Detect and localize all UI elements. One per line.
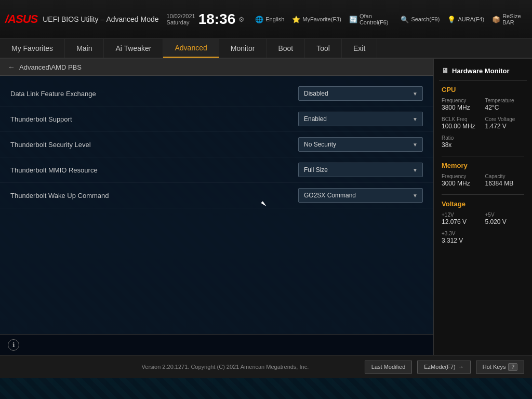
dropdown-wrapper-mmio: Full Size Half Size: [298, 163, 423, 177]
dropdown-wrapper-datalink: Disabled Enabled: [298, 86, 423, 101]
settings-list: Data Link Feature Exchange Disabled Enab…: [0, 76, 433, 334]
datetime: 10/02/2021 Saturday 18:36 ⚙: [167, 11, 245, 28]
nav-aitweaker[interactable]: Ai Tweaker: [104, 39, 163, 58]
last-modified-label: Last Modified: [371, 364, 405, 370]
v5-group: +5V 5.020 V: [485, 212, 525, 229]
memory-section-title: Memory: [442, 162, 524, 169]
tool-resizebar[interactable]: 📦 ReSize BAR: [492, 13, 527, 25]
ezmode-arrow-icon: →: [458, 364, 464, 370]
core-voltage-label: Core Voltage: [485, 116, 525, 122]
cpu-temp-label: Temperature: [485, 98, 525, 103]
memory-stats-grid: Frequency 3000 MHz Capacity 16384 MB: [439, 174, 527, 190]
hardware-monitor-sidebar: 🖥 Hardware Monitor CPU Frequency 3800 MH…: [433, 59, 532, 355]
sidebar-title: 🖥 Hardware Monitor: [439, 64, 527, 81]
v33-value: 3.312 V: [442, 237, 481, 244]
v33-label: +3.3V: [442, 231, 481, 236]
hotkeys-label: Hot Keys: [483, 364, 506, 370]
tool-aura[interactable]: 💡 AURA(F4): [447, 16, 484, 23]
voltage-section-title: Voltage: [442, 200, 524, 208]
tool-qfan-label: Qfan Control(F6): [360, 13, 393, 25]
mem-freq-group: Frequency 3000 MHz: [442, 174, 481, 190]
bclk-freq-label: BCLK Freq: [442, 116, 481, 122]
cpu-stats-grid: Frequency 3800 MHz Temperature 42°C BCLK…: [439, 98, 527, 152]
nav-advanced-label: Advanced: [175, 44, 207, 52]
core-voltage-value: 1.472 V: [485, 123, 525, 130]
last-modified-button[interactable]: Last Modified: [365, 361, 412, 374]
mem-capacity-value: 16384 MB: [485, 180, 525, 187]
v5-label: +5V: [485, 212, 525, 218]
v33-group: +3.3V 3.312 V: [442, 231, 481, 247]
footer: Version 2.20.1271. Copyright (C) 2021 Am…: [0, 355, 532, 378]
v12-group: +12V 12.076 V: [442, 212, 481, 229]
dropdown-security-level[interactable]: No Security User Authorization Secure Co…: [298, 137, 423, 152]
nav-monitor-label: Monitor: [231, 44, 255, 52]
nav-myfavorites[interactable]: My Favorites: [0, 39, 65, 58]
tool-myfavorite-label: MyFavorite(F3): [302, 16, 341, 22]
sidebar-title-label: Hardware Monitor: [452, 67, 510, 75]
nav-advanced[interactable]: Advanced: [163, 39, 219, 58]
back-arrow[interactable]: ←: [8, 63, 15, 71]
aura-icon: 💡: [447, 16, 456, 23]
ezmode-label: EzMode(F7): [424, 364, 456, 370]
memory-voltage-divider: [442, 194, 524, 195]
ezmode-button[interactable]: EzMode(F7) →: [417, 361, 471, 374]
ratio-group: Ratio 38x: [442, 135, 481, 152]
ratio-label: Ratio: [442, 135, 481, 141]
tool-english[interactable]: 🌐 English: [255, 16, 284, 23]
dropdown-wrapper-wakeup: GO2SX Command GO2SX_EXIT Command: [298, 188, 423, 203]
dropdown-wakeup[interactable]: GO2SX Command GO2SX_EXIT Command: [298, 188, 423, 203]
time-display: 18:36: [198, 11, 236, 28]
tool-search-label: Search(F9): [411, 16, 440, 22]
nav-exit[interactable]: Exit: [342, 39, 377, 58]
nav-tool-label: Tool: [316, 44, 330, 52]
date-text: 10/02/2021: [167, 13, 195, 19]
tool-qfan[interactable]: 🔄 Qfan Control(F6): [349, 13, 393, 25]
cpu-freq-value: 3800 MHz: [442, 104, 481, 111]
setting-label-wakeup: Thunderbolt Wake Up Command: [10, 192, 298, 200]
monitor-icon: 🖥: [442, 66, 449, 75]
fan-icon: 🔄: [349, 16, 357, 23]
cpu-freq-label: Frequency: [442, 98, 481, 103]
tool-english-label: English: [265, 16, 284, 22]
dropdown-thunderbolt-support[interactable]: Disabled Enabled: [298, 112, 423, 126]
setting-row-mmio: Thunderbolt MMIO Resource Full Size Half…: [0, 157, 433, 183]
content-area: ← Advanced\AMD PBS Data Link Feature Exc…: [0, 59, 433, 355]
hotkeys-key-icon: ?: [508, 363, 517, 371]
mem-capacity-label: Capacity: [485, 174, 525, 179]
settings-icon[interactable]: ⚙: [238, 16, 245, 23]
setting-row-security-level: Thunderbolt Security Level No Security U…: [0, 132, 433, 157]
nav-exit-label: Exit: [353, 44, 365, 52]
cpu-memory-divider: [442, 156, 524, 156]
search-icon: 🔍: [401, 16, 409, 23]
info-bar: ℹ: [0, 334, 433, 355]
cpu-freq-group: Frequency 3800 MHz: [442, 98, 481, 114]
tool-search[interactable]: 🔍 Search(F9): [401, 16, 440, 23]
nav-main[interactable]: Main: [65, 39, 104, 58]
cpu-section-title: CPU: [442, 86, 524, 94]
globe-icon: 🌐: [255, 16, 263, 23]
core-voltage-group: Core Voltage 1.472 V: [485, 116, 525, 133]
mem-capacity-group: Capacity 16384 MB: [485, 174, 525, 190]
hotkeys-button[interactable]: Hot Keys ?: [476, 361, 524, 374]
tool-myfavorite[interactable]: ⭐ MyFavorite(F3): [292, 16, 341, 23]
footer-version: Version 2.20.1271. Copyright (C) 2021 Am…: [86, 364, 365, 370]
nav-boot[interactable]: Boot: [267, 39, 305, 58]
dropdown-datalink[interactable]: Disabled Enabled: [298, 86, 423, 101]
v12-label: +12V: [442, 212, 481, 218]
setting-label-thunderbolt-support: Thunderbolt Support: [10, 115, 298, 123]
day-text: Saturday: [167, 19, 195, 25]
mem-freq-label: Frequency: [442, 174, 481, 179]
nav-tool[interactable]: Tool: [305, 39, 342, 58]
dropdown-mmio[interactable]: Full Size Half Size: [298, 163, 423, 177]
bclk-freq-group: BCLK Freq 100.00 MHz: [442, 116, 481, 133]
nav-monitor[interactable]: Monitor: [219, 39, 267, 58]
star-icon: ⭐: [292, 16, 300, 23]
nav-main-label: Main: [76, 44, 92, 52]
breadcrumb: ← Advanced\AMD PBS: [0, 59, 433, 76]
v12-value: 12.076 V: [442, 218, 481, 225]
cpu-temp-group: Temperature 42°C: [485, 98, 525, 114]
setting-label-mmio: Thunderbolt MMIO Resource: [10, 166, 298, 174]
footer-buttons: Last Modified EzMode(F7) → Hot Keys ?: [365, 361, 524, 374]
tool-aura-label: AURA(F4): [458, 16, 484, 22]
setting-label-security-level: Thunderbolt Security Level: [10, 141, 298, 149]
